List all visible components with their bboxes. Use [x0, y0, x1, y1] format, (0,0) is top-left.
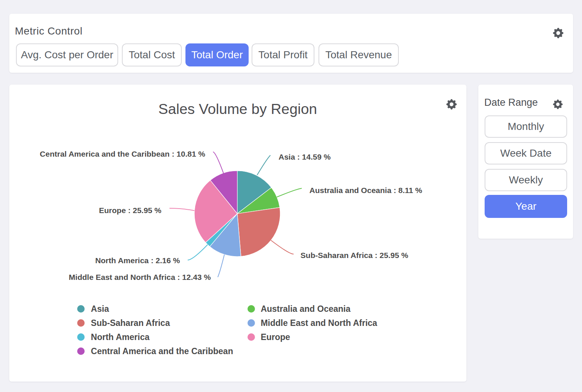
svg-text:Asia: Asia: [91, 304, 109, 314]
svg-text:Europe: Europe: [261, 332, 290, 342]
svg-text:Middle East and North Africa :: Middle East and North Africa : 12.43 %: [69, 273, 211, 281]
svg-text:Asia : 14.59 %: Asia : 14.59 %: [279, 153, 331, 161]
svg-text:Sub-Saharan Africa : 25.95 %: Sub-Saharan Africa : 25.95 %: [301, 251, 408, 259]
svg-text:Central America and the Caribb: Central America and the Caribbean: [91, 346, 233, 356]
svg-text:Middle East and North Africa: Middle East and North Africa: [261, 318, 377, 328]
svg-text:Australia and Oceania : 8.11 %: Australia and Oceania : 8.11 %: [310, 186, 423, 195]
svg-text:Sub-Saharan Africa: Sub-Saharan Africa: [91, 318, 170, 328]
svg-text:Central America and the Caribb: Central America and the Caribbean : 10.8…: [40, 150, 205, 158]
svg-text:Europe : 25.95 %: Europe : 25.95 %: [99, 206, 161, 215]
svg-text:Sales Volume by Region: Sales Volume by Region: [158, 101, 317, 117]
svg-text:Australia and Oceania: Australia and Oceania: [261, 304, 350, 314]
svg-text:North America : 2.16 %: North America : 2.16 %: [95, 256, 180, 265]
svg-text:North America: North America: [91, 332, 150, 342]
